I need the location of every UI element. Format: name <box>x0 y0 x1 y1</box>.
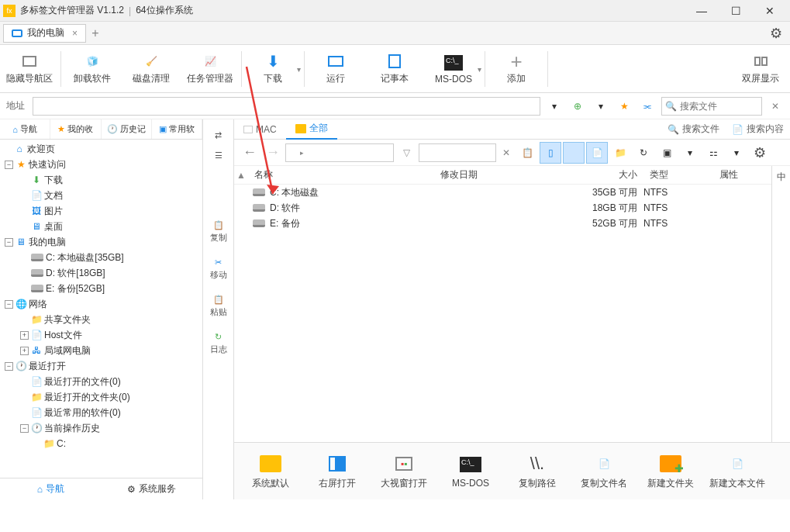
tree-host[interactable]: +📄Host文件 <box>0 327 202 343</box>
toolbar-notepad[interactable]: 记事本 <box>365 48 424 90</box>
collapse-icon[interactable]: − <box>5 362 13 371</box>
tree-download[interactable]: ⬇下载 <box>0 172 202 188</box>
search-box[interactable]: 🔍 <box>661 97 762 116</box>
tree-desktop[interactable]: 🖥桌面 <box>0 219 202 234</box>
close-button[interactable]: ✕ <box>753 0 787 22</box>
side-move[interactable]: ✂移动 <box>205 253 233 285</box>
tree-c-history[interactable]: 📁C: <box>0 436 202 451</box>
toolbar-msdos[interactable]: C:\_MS-DOS▾ <box>424 48 483 90</box>
table-row[interactable]: C: 本地磁盘35GB 可用NTFS <box>234 185 771 200</box>
dropdown-icon[interactable]: ▾ <box>592 97 610 116</box>
collapse-icon[interactable]: − <box>20 424 29 433</box>
side-collapse-icon[interactable]: ⇄ <box>205 127 233 143</box>
bbtn-new-text[interactable]: 📄新建文本文件 <box>707 448 768 495</box>
toolbar-run[interactable]: 运行 <box>306 48 365 90</box>
settings-gear-icon[interactable]: ⚙ <box>749 142 771 164</box>
tree-recent-soft[interactable]: 📄最近常用的软件(0) <box>0 405 202 420</box>
view-doc-icon[interactable]: 📄 <box>586 142 608 164</box>
tree-welcome[interactable]: ⌂欢迎页 <box>0 141 202 157</box>
nav-forward-icon[interactable]: → <box>262 142 284 164</box>
expand-icon[interactable]: + <box>20 331 29 340</box>
toolbar-download[interactable]: ⬇下载▾ <box>243 48 302 90</box>
bbtn-msdos[interactable]: C:\_MS-DOS <box>440 448 501 495</box>
link-search-content[interactable]: 📄搜索内容 <box>726 123 790 136</box>
view-folder-icon[interactable] <box>563 142 585 164</box>
collapse-icon[interactable]: − <box>5 238 13 247</box>
bbtn-new-folder[interactable]: ✚新建文件夹 <box>640 448 701 495</box>
window-icon[interactable]: ▣ <box>656 142 678 164</box>
tree-recent-files[interactable]: 📄最近打开的文件(0) <box>0 374 202 389</box>
tree-lan[interactable]: +🖧局域网电脑 <box>0 343 202 358</box>
ctab-all[interactable]: 全部 <box>286 119 337 140</box>
new-tab-icon[interactable]: ⊕ <box>568 97 587 116</box>
col-name[interactable]: 名称 <box>248 168 434 181</box>
go-button[interactable]: ▾ <box>545 97 564 116</box>
tree-share[interactable]: 📁共享文件夹 <box>0 312 202 327</box>
bbtn-default[interactable]: 系统默认 <box>240 448 301 495</box>
col-type[interactable]: 类型 <box>643 168 713 181</box>
side-paste[interactable]: 📋粘贴 <box>205 290 233 323</box>
sort-icon[interactable]: ▲ <box>234 170 248 181</box>
toolbar-task-mgr[interactable]: 📈任务管理器 <box>181 48 240 90</box>
tab-close-icon[interactable]: × <box>72 28 78 39</box>
gear-icon[interactable]: ⚙ <box>770 25 782 42</box>
tab-my-computer[interactable]: 我的电脑 × <box>3 24 86 43</box>
lefttab-hist[interactable]: 🕐历史记 <box>102 119 152 139</box>
clear-search-icon[interactable]: ✕ <box>771 101 779 112</box>
tree-mypc[interactable]: −🖥我的电脑 <box>0 234 202 250</box>
lbtab-svc[interactable]: ⚙系统服务 <box>102 478 203 499</box>
ctab-mac[interactable]: MAC <box>234 119 286 140</box>
dropdown2-icon[interactable]: ▾ <box>679 142 701 164</box>
refresh-icon[interactable]: ↻ <box>633 142 654 164</box>
copy-icon[interactable]: 📋 <box>516 142 538 164</box>
collapse-icon[interactable]: − <box>5 300 13 309</box>
bbtn-right-open[interactable]: 右屏打开 <box>307 448 367 495</box>
tree-quick[interactable]: −★快速访问 <box>0 157 202 172</box>
view-pane1-icon[interactable]: ▯ <box>540 142 561 164</box>
new-folder-icon[interactable]: 📁 <box>609 142 631 164</box>
toolbar-uninstall[interactable]: 🧊卸载软件 <box>63 48 122 90</box>
toolbar-disk-clean[interactable]: 🧹磁盘清理 <box>122 48 181 90</box>
lefttab-common[interactable]: ▣常用软 <box>152 119 202 139</box>
side-log[interactable]: ↻日志 <box>205 327 233 360</box>
bbtn-copy-path[interactable]: \\.复制路径 <box>507 448 567 495</box>
bbtn-copy-name[interactable]: 📄复制文件名 <box>574 448 634 495</box>
side-copy[interactable]: 📋复制 <box>205 216 233 248</box>
wave-icon[interactable]: ⫘ <box>638 97 657 116</box>
lefttab-fav[interactable]: ★我的收 <box>50 119 101 139</box>
view-icons-icon[interactable]: ⚏ <box>702 142 724 164</box>
tree-pics[interactable]: 🖼图片 <box>0 203 202 219</box>
toolbar-dual-screen[interactable]: 双屏显示 <box>731 48 790 90</box>
tree-docs[interactable]: 📄文档 <box>0 188 202 203</box>
lbtab-nav[interactable]: ⌂导航 <box>0 478 102 499</box>
collapse-icon[interactable]: − <box>5 161 13 169</box>
content-path[interactable]: ▸ <box>285 143 394 162</box>
tree-history[interactable]: −🕐当前操作历史 <box>0 420 202 436</box>
tree-recent-folders[interactable]: 📁最近打开的文件夹(0) <box>0 389 202 405</box>
col-attr[interactable]: 属性 <box>713 168 771 181</box>
tree-network[interactable]: −🌐网络 <box>0 296 202 312</box>
expand-icon[interactable]: + <box>20 347 29 355</box>
lefttab-nav[interactable]: ⌂导航 <box>0 119 50 139</box>
nav-back-icon[interactable]: ← <box>239 142 260 164</box>
link-search-file[interactable]: 🔍搜索文件 <box>661 123 726 136</box>
bbtn-big-open[interactable]: ▪▪大视窗打开 <box>374 448 434 495</box>
filter-icon[interactable]: ▽ <box>395 142 417 164</box>
side-list-icon[interactable]: ☰ <box>205 147 233 163</box>
table-row[interactable]: E: 备份52GB 可用NTFS <box>234 216 771 231</box>
star-icon[interactable]: ★ <box>615 97 633 116</box>
tree-drive-d[interactable]: D: 软件[18GB] <box>0 265 202 281</box>
tree-drive-e[interactable]: E: 备份[52GB] <box>0 281 202 296</box>
tree-drive-c[interactable]: C: 本地磁盘[35GB] <box>0 250 202 265</box>
col-date[interactable]: 修改日期 <box>434 168 566 181</box>
tree-recent[interactable]: −🕐最近打开 <box>0 358 202 374</box>
minimize-button[interactable]: — <box>685 0 719 22</box>
tab-add-button[interactable]: + <box>86 26 105 40</box>
table-row[interactable]: D: 软件18GB 可用NTFS <box>234 200 771 216</box>
maximize-button[interactable]: ☐ <box>719 0 753 22</box>
side-column[interactable]: 中 <box>771 166 790 442</box>
col-size[interactable]: 大小 <box>566 168 643 181</box>
clear-icon[interactable]: ✕ <box>502 147 510 158</box>
toolbar-add[interactable]: +添加 <box>487 48 546 90</box>
toolbar-hide-nav[interactable]: 隐藏导航区 <box>0 48 59 90</box>
